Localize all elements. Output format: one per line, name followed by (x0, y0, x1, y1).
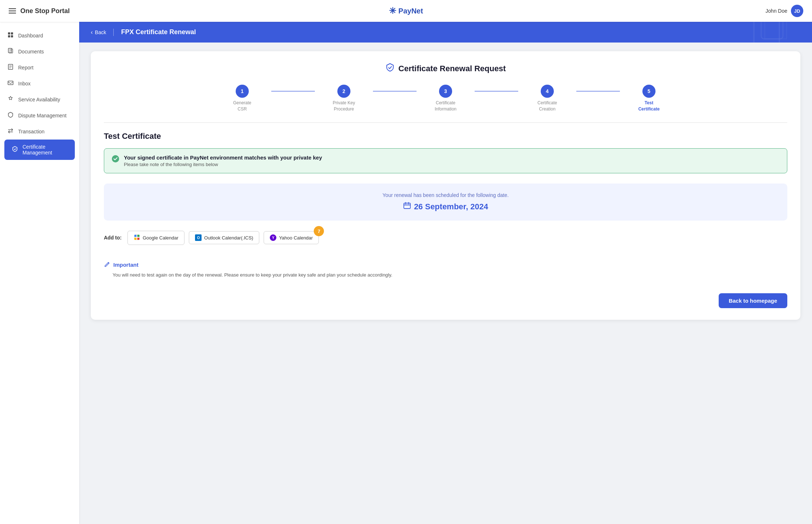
sidebar-item-certificate-management[interactable]: Certificate Management (4, 140, 75, 160)
step-4-circle: 4 (541, 85, 554, 98)
step-connector-3 (475, 91, 518, 92)
svg-rect-6 (8, 81, 13, 85)
svg-rect-2 (8, 35, 10, 37)
step-5-label: TestCertificate (638, 100, 660, 112)
avatar: JD (791, 5, 803, 17)
svg-rect-0 (8, 32, 10, 35)
sidebar-dispute-label: Dispute Management (18, 113, 66, 118)
sidebar-item-report[interactable]: Report (0, 60, 79, 76)
back-to-homepage-button[interactable]: Back to homepage (719, 293, 787, 308)
step-1-label: GenerateCSR (233, 100, 251, 112)
stepper-title: Certificate Renewal Request (104, 63, 787, 74)
svg-rect-10 (404, 203, 410, 209)
success-main-text: Your signed certificate in PayNet enviro… (124, 154, 322, 161)
important-text: You will need to test again on the day o… (113, 271, 787, 279)
hamburger-menu[interactable] (9, 8, 16, 13)
paynet-logo: ✳ PayNet (389, 6, 423, 16)
step-connector-2 (373, 91, 417, 92)
sidebar: Dashboard Documents Report Inbox Service… (0, 22, 79, 524)
content-area: Certificate Renewal Request 1 GenerateCS… (79, 43, 812, 524)
documents-icon (7, 48, 14, 55)
header-divider (113, 29, 114, 36)
svg-rect-7 (754, 22, 779, 43)
scheduled-date: 26 September, 2024 (115, 202, 776, 212)
paynet-name: PayNet (398, 7, 423, 15)
step-4-label: CertificateCreation (537, 100, 557, 112)
shield-icon-title (385, 63, 395, 74)
step-2-circle: 2 (337, 85, 350, 98)
sidebar-documents-label: Documents (18, 49, 44, 55)
scheduled-box: Your renewal has been scheduled for the … (104, 184, 787, 221)
dispute-icon (7, 112, 14, 119)
outlook-icon: O (195, 234, 202, 241)
stepper: 1 GenerateCSR 2 Private KeyProcedure 3 C… (104, 85, 787, 112)
yahoo-calendar-button[interactable]: Y Yahoo Calendar (264, 231, 319, 244)
sidebar-service-label: Service Availability (18, 97, 60, 102)
svg-rect-13 (137, 235, 139, 237)
outlook-calendar-label: Outlook Calendar(.ICS) (204, 235, 253, 241)
stepper-title-text: Certificate Renewal Request (398, 64, 506, 73)
certificate-icon (12, 146, 18, 153)
section-divider (104, 122, 787, 123)
success-sub-text: Please take note of the following items … (124, 162, 322, 167)
sidebar-transaction-label: Transaction (18, 129, 45, 134)
main-content: ‹ Back FPX Certificate Renewal (79, 22, 812, 524)
svg-point-9 (112, 155, 119, 162)
important-box: Important You will need to test again on… (104, 255, 787, 285)
calendar-date-icon (403, 202, 411, 212)
sidebar-dashboard-label: Dashboard (18, 33, 43, 39)
sidebar-item-transaction[interactable]: Transaction (0, 124, 79, 140)
header-banner: ‹ Back FPX Certificate Renewal (79, 22, 812, 43)
paynet-star-icon: ✳ (389, 6, 396, 16)
brand-label: One Stop Portal (20, 7, 70, 15)
back-label: Back (95, 29, 106, 35)
scheduled-date-text: 26 September, 2024 (414, 202, 488, 211)
sidebar-item-dispute-management[interactable]: Dispute Management (0, 108, 79, 124)
sidebar-inbox-label: Inbox (18, 81, 31, 86)
sidebar-certificate-label: Certificate Management (23, 144, 68, 156)
step-4: 4 CertificateCreation (518, 85, 576, 112)
svg-rect-15 (137, 238, 139, 240)
important-title: Important (104, 261, 787, 269)
main-card: Certificate Renewal Request 1 GenerateCS… (91, 51, 800, 320)
sidebar-item-dashboard[interactable]: Dashboard (0, 28, 79, 44)
success-banner: Your signed certificate in PayNet enviro… (104, 148, 787, 173)
yahoo-icon: Y (270, 234, 276, 241)
sidebar-report-label: Report (18, 65, 33, 70)
report-icon (7, 64, 14, 71)
yahoo-calendar-label: Yahoo Calendar (279, 235, 313, 241)
user-name-label: John Doe (766, 8, 787, 14)
outlook-calendar-button[interactable]: O Outlook Calendar(.ICS) (189, 231, 259, 244)
transaction-icon (7, 128, 14, 135)
banner-decoration (732, 22, 797, 43)
add-to-label: Add to: (104, 235, 122, 241)
google-calendar-button[interactable]: Google Calendar (127, 231, 184, 245)
step-1-circle: 1 (236, 85, 249, 98)
success-check-icon (111, 155, 119, 165)
scheduled-label: Your renewal has been scheduled for the … (115, 192, 776, 198)
sidebar-item-inbox[interactable]: Inbox (0, 76, 79, 92)
step-3-circle: 3 (439, 85, 452, 98)
success-text: Your signed certificate in PayNet enviro… (124, 154, 322, 167)
edit-icon (104, 261, 110, 269)
step-connector-1 (271, 91, 315, 92)
step-5: 5 TestCertificate (620, 85, 678, 112)
service-availability-icon (7, 96, 14, 103)
step-2: 2 Private KeyProcedure (315, 85, 373, 112)
google-calendar-label: Google Calendar (143, 235, 178, 241)
back-arrow-icon: ‹ (91, 29, 93, 36)
step-3: 3 CertificateInformation (417, 85, 475, 112)
step-3-label: CertificateInformation (435, 100, 456, 112)
svg-rect-3 (11, 35, 13, 37)
svg-rect-14 (134, 238, 137, 240)
sidebar-item-documents[interactable]: Documents (0, 44, 79, 60)
sidebar-item-service-availability[interactable]: Service Availability (0, 92, 79, 108)
google-cal-icon (134, 234, 140, 242)
svg-rect-12 (134, 235, 137, 237)
step-connector-4 (576, 91, 620, 92)
back-button[interactable]: ‹ Back (91, 29, 106, 36)
section-title: Test Certificate (104, 132, 787, 141)
important-title-text: Important (113, 262, 138, 268)
svg-rect-1 (11, 32, 13, 35)
inbox-icon (7, 80, 14, 87)
